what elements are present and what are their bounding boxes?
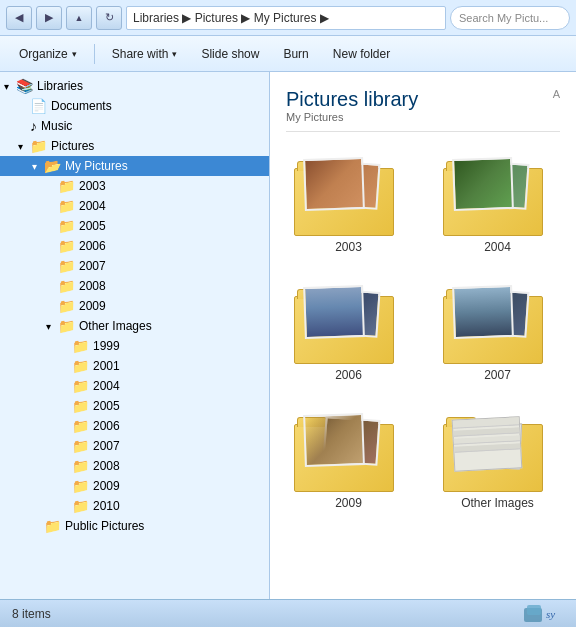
sidebar-item-2009b[interactable]: 📁2009 (0, 476, 269, 496)
folder-label-f2004: 2004 (484, 240, 511, 254)
tree-icon-1999: 📁 (72, 338, 89, 354)
folder-label-f2006: 2006 (335, 368, 362, 382)
sidebar-item-documents[interactable]: 📄Documents (0, 96, 269, 116)
folder-item-f2007[interactable]: 2007 (435, 276, 560, 388)
sidebar-item-2007[interactable]: 📁2007 (0, 256, 269, 276)
library-title: Pictures library (286, 88, 418, 111)
up-button[interactable]: ▲ (66, 6, 92, 30)
sidebar-item-2003[interactable]: 📁2003 (0, 176, 269, 196)
sidebar-item-2007b[interactable]: 📁2007 (0, 436, 269, 456)
sidebar-item-public-pictures[interactable]: 📁Public Pictures (0, 516, 269, 536)
organize-button[interactable]: Organize ▾ (8, 42, 88, 66)
tree-label-my-pictures: My Pictures (65, 159, 128, 173)
sidebar-item-2006[interactable]: 📁2006 (0, 236, 269, 256)
main-content: ▾ 📚Libraries 📄Documents ♪Music▾ 📁Picture… (0, 72, 576, 599)
address-path-text: Libraries ▶ Pictures ▶ My Pictures ▶ (133, 11, 329, 25)
folder-item-f2006[interactable]: 2006 (286, 276, 411, 388)
folder-label-f2009: 2009 (335, 496, 362, 510)
address-path[interactable]: Libraries ▶ Pictures ▶ My Pictures ▶ (126, 6, 446, 30)
tree-label-2004: 2004 (79, 199, 106, 213)
tree-label-2004b: 2004 (93, 379, 120, 393)
tree-label-2007: 2007 (79, 259, 106, 273)
sidebar-item-2009[interactable]: 📁2009 (0, 296, 269, 316)
sidebar-item-2010[interactable]: 📁2010 (0, 496, 269, 516)
folder-item-f2003[interactable]: 2003 (286, 148, 411, 260)
tree-icon-2001: 📁 (72, 358, 89, 374)
share-with-label: Share with (112, 47, 169, 61)
tree-icon-documents: 📄 (30, 98, 47, 114)
sidebar-item-my-pictures[interactable]: ▾ 📂My Pictures (0, 156, 269, 176)
tree-icon-my-pictures: 📂 (44, 158, 61, 174)
library-subtitle: My Pictures (286, 111, 418, 123)
tree-icon-2005b: 📁 (72, 398, 89, 414)
tree-label-2009: 2009 (79, 299, 106, 313)
tree-icon-2003: 📁 (58, 178, 75, 194)
search-box[interactable]: Search My Pictu... (450, 6, 570, 30)
status-item-count: 8 items (12, 607, 51, 621)
folder-thumb-f2006 (294, 282, 404, 364)
slide-show-button[interactable]: Slide show (190, 42, 270, 66)
folder-label-f2007: 2007 (484, 368, 511, 382)
burn-button[interactable]: Burn (272, 42, 319, 66)
sidebar-item-2006b[interactable]: 📁2006 (0, 416, 269, 436)
tree-icon-2005: 📁 (58, 218, 75, 234)
tree-label-2005: 2005 (79, 219, 106, 233)
folder-item-f2009[interactable]: 2009 (286, 404, 411, 516)
tree-icon-2007: 📁 (58, 258, 75, 274)
sidebar-item-1999[interactable]: 📁1999 (0, 336, 269, 356)
new-folder-button[interactable]: New folder (322, 42, 401, 66)
tree-label-music: Music (41, 119, 72, 133)
search-placeholder: Search My Pictu... (459, 12, 548, 24)
share-with-button[interactable]: Share with ▾ (101, 42, 189, 66)
tree-label-2001: 2001 (93, 359, 120, 373)
folder-thumb-fother (443, 410, 553, 492)
tree-arrow-other-images: ▾ (46, 321, 58, 332)
sidebar-item-music[interactable]: ♪Music (0, 116, 269, 136)
arrange-by: A (553, 88, 560, 100)
folder-item-fother[interactable]: Other Images (435, 404, 560, 516)
sidebar-item-pictures[interactable]: ▾ 📁Pictures (0, 136, 269, 156)
tree-label-2003: 2003 (79, 179, 106, 193)
sidebar-item-2005[interactable]: 📁2005 (0, 216, 269, 236)
svg-rect-1 (527, 605, 541, 615)
tree-icon-2009b: 📁 (72, 478, 89, 494)
refresh-button[interactable]: ↻ (96, 6, 122, 30)
sidebar-item-libraries[interactable]: ▾ 📚Libraries (0, 76, 269, 96)
folder-item-f2004[interactable]: 2004 (435, 148, 560, 260)
tree-icon-other-images: 📁 (58, 318, 75, 334)
tree-icon-libraries: 📚 (16, 78, 33, 94)
sidebar-item-2004[interactable]: 📁2004 (0, 196, 269, 216)
tree-label-2006b: 2006 (93, 419, 120, 433)
folder-thumb-f2009 (294, 410, 404, 492)
tree-label-2007b: 2007 (93, 439, 120, 453)
slide-show-label: Slide show (201, 47, 259, 61)
sidebar-item-2005b[interactable]: 📁2005 (0, 396, 269, 416)
tree-icon-2004b: 📁 (72, 378, 89, 394)
organize-dropdown-icon: ▾ (72, 49, 77, 59)
tree-label-2008: 2008 (79, 279, 106, 293)
tree-icon-2006: 📁 (58, 238, 75, 254)
toolbar-separator-1 (94, 44, 95, 64)
tree-icon-2010: 📁 (72, 498, 89, 514)
sidebar-item-2008b[interactable]: 📁2008 (0, 456, 269, 476)
sidebar-item-2004b[interactable]: 📁2004 (0, 376, 269, 396)
sidebar-item-2008[interactable]: 📁2008 (0, 276, 269, 296)
svg-text:sy: sy (546, 608, 555, 620)
forward-button[interactable]: ▶ (36, 6, 62, 30)
folder-thumb-f2004 (443, 154, 553, 236)
folder-grid: 2003 2004 2006 (286, 148, 560, 516)
organize-label: Organize (19, 47, 68, 61)
status-logo: sy (524, 604, 564, 624)
sidebar-tree: ▾ 📚Libraries 📄Documents ♪Music▾ 📁Picture… (0, 72, 269, 540)
tree-label-2006: 2006 (79, 239, 106, 253)
sidebar-item-other-images[interactable]: ▾ 📁Other Images (0, 316, 269, 336)
folder-label-f2003: 2003 (335, 240, 362, 254)
tree-label-2008b: 2008 (93, 459, 120, 473)
tree-label-documents: Documents (51, 99, 112, 113)
tree-icon-2007b: 📁 (72, 438, 89, 454)
file-view-header: Pictures library My Pictures A (286, 88, 560, 132)
tree-label-public-pictures: Public Pictures (65, 519, 144, 533)
sidebar-item-2001[interactable]: 📁2001 (0, 356, 269, 376)
back-button[interactable]: ◀ (6, 6, 32, 30)
file-view: Pictures library My Pictures A 2003 (270, 72, 576, 599)
